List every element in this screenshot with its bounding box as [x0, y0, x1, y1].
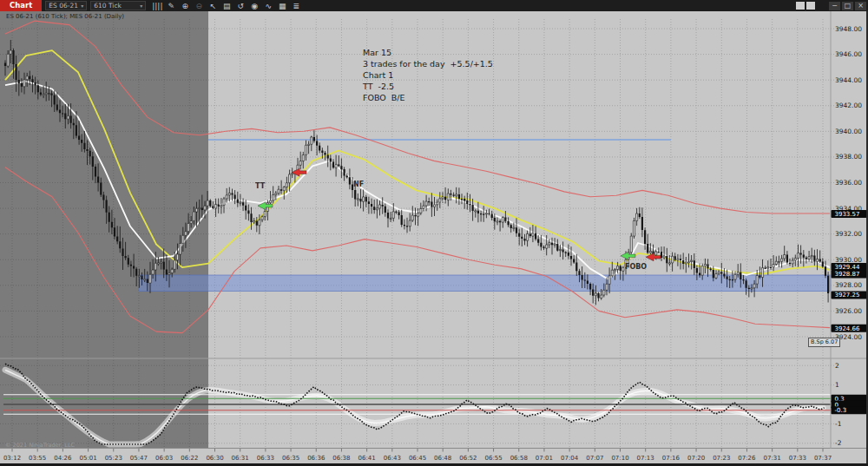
- svg-text:07:23: 07:23: [713, 455, 730, 462]
- close-button[interactable]: ×: [855, 2, 866, 10]
- svg-text:07:33: 07:33: [789, 455, 806, 462]
- svg-text:06:30: 06:30: [206, 455, 223, 462]
- svg-text:06:41: 06:41: [358, 455, 376, 462]
- interval-value: 610 Tick: [94, 2, 122, 10]
- svg-text:3936.00: 3936.00: [835, 179, 862, 187]
- svg-text:06:43: 06:43: [384, 455, 401, 462]
- snapshot-icon[interactable]: ◉: [249, 1, 260, 11]
- minimize-button[interactable]: −: [829, 2, 840, 10]
- svg-text:3927.25: 3927.25: [835, 292, 860, 299]
- price-marker-icon[interactable]: ||||: [152, 1, 162, 11]
- notes-icon[interactable]: ▤: [221, 1, 232, 11]
- trade-note-line: Mar 15: [363, 47, 493, 58]
- trade-note-line: FOBO B/E: [363, 92, 493, 103]
- ninjatrader-chart-window: Chart ES 06-21 ▾ 610 Tick ▾ ||||✎⊕⊖↖▤↺◉∿…: [0, 0, 868, 466]
- svg-text:3929.44: 3929.44: [835, 264, 860, 271]
- svg-text:06:31: 06:31: [232, 455, 249, 462]
- zoom-out-icon[interactable]: ⊖: [194, 1, 204, 11]
- chart-label-tt: TT: [255, 182, 265, 190]
- trade-notes: Mar 15 3 trades for the day +5.5/+1.5 Ch…: [363, 47, 493, 103]
- svg-text:06:55: 06:55: [484, 455, 502, 462]
- svg-text:03:12: 03:12: [3, 455, 21, 462]
- interval-select[interactable]: 610 Tick ▾: [90, 1, 146, 10]
- svg-text:07:26: 07:26: [738, 455, 756, 462]
- undo-icon[interactable]: ↺: [235, 1, 246, 11]
- trade-note-line: 3 trades for the day +5.5/+1.5: [363, 58, 493, 69]
- svg-text:-0.3: -0.3: [835, 407, 847, 414]
- svg-text:3930.00: 3930.00: [835, 256, 862, 264]
- list-icon[interactable]: ≣: [291, 1, 301, 11]
- svg-text:07:04: 07:04: [561, 455, 579, 462]
- trade-note-line: TT -2.5: [363, 81, 493, 92]
- titlebar: Chart ES 06-21 ▾ 610 Tick ▾ ||||✎⊕⊖↖▤↺◉∿…: [0, 0, 868, 11]
- svg-text:06:38: 06:38: [332, 455, 350, 462]
- svg-text:07:10: 07:10: [611, 455, 628, 462]
- svg-text:3926.00: 3926.00: [835, 307, 862, 315]
- svg-text:06:52: 06:52: [459, 455, 477, 462]
- svg-text:3928.00: 3928.00: [835, 281, 862, 289]
- svg-text:04:26: 04:26: [54, 455, 72, 462]
- svg-text:3946.00: 3946.00: [835, 50, 862, 58]
- svg-text:3924.66: 3924.66: [835, 325, 860, 332]
- svg-text:3944.00: 3944.00: [835, 76, 862, 84]
- svg-text:05:01: 05:01: [79, 455, 96, 462]
- workspace-a-button[interactable]: [796, 2, 805, 10]
- svg-text:2: 2: [835, 362, 839, 370]
- svg-text:07:37: 07:37: [814, 455, 832, 462]
- chart-label-nf: NF: [353, 180, 364, 188]
- svg-text:3928.87: 3928.87: [835, 271, 860, 278]
- series-label: ES 06-21 (610 Tick); MES 06-21 (Daily): [6, 13, 124, 20]
- workspace-b-button[interactable]: [806, 2, 815, 10]
- svg-text:05:23: 05:23: [105, 455, 122, 462]
- svg-text:07:20: 07:20: [687, 455, 705, 462]
- svg-text:06:33: 06:33: [257, 455, 274, 462]
- svg-text:06:35: 06:35: [282, 455, 299, 462]
- svg-text:07:01: 07:01: [536, 455, 553, 462]
- svg-text:1: 1: [835, 381, 839, 389]
- svg-text:06:48: 06:48: [434, 455, 451, 462]
- svg-text:07:07: 07:07: [586, 455, 603, 462]
- time-axis[interactable]: 03:1203:5504:2605:0105:2305:4706:0306:22…: [0, 449, 868, 463]
- chart-label-fobo: FOBO: [625, 263, 647, 271]
- svg-text:3933.57: 3933.57: [835, 211, 860, 218]
- indicator-panel-icon[interactable]: ▦: [277, 1, 287, 11]
- chevron-down-icon: ▾: [140, 3, 142, 9]
- svg-text:06:58: 06:58: [510, 455, 528, 462]
- chart-tab[interactable]: Chart: [0, 0, 42, 11]
- svg-text:-1: -1: [835, 420, 842, 428]
- bid-spread-box: B.Sp 6.07: [808, 338, 840, 347]
- zigzag-icon[interactable]: ∿: [263, 1, 273, 11]
- chevron-down-icon: ▾: [81, 3, 83, 9]
- copyright: © 2021 NinjaTrader, LLC: [5, 442, 75, 449]
- svg-text:3942.00: 3942.00: [835, 102, 862, 109]
- instrument-select[interactable]: ES 06-21 ▾: [45, 1, 87, 10]
- cursor-icon[interactable]: ↖: [207, 1, 218, 11]
- svg-text:3932.00: 3932.00: [835, 230, 862, 238]
- svg-text:06:45: 06:45: [409, 455, 426, 462]
- chart-toolbar: ||||✎⊕⊖↖▤↺◉∿▦≣: [152, 1, 301, 11]
- svg-text:3940.00: 3940.00: [835, 128, 862, 135]
- svg-text:06:36: 06:36: [307, 455, 326, 462]
- svg-text:07:31: 07:31: [764, 455, 781, 462]
- svg-text:-2: -2: [835, 439, 842, 447]
- svg-text:3938.00: 3938.00: [835, 153, 862, 161]
- instrument-value: ES 06-21: [49, 2, 78, 10]
- restore-button[interactable]: □: [842, 2, 853, 10]
- svg-text:07:13: 07:13: [637, 455, 654, 462]
- svg-text:03:55: 03:55: [29, 455, 46, 462]
- zoom-in-icon[interactable]: ⊕: [180, 1, 190, 11]
- svg-text:05:47: 05:47: [130, 455, 148, 462]
- svg-text:06:22: 06:22: [181, 455, 198, 462]
- draw-icon[interactable]: ✎: [166, 1, 176, 11]
- window-controls: −□×: [796, 2, 866, 10]
- svg-text:07:16: 07:16: [662, 455, 681, 462]
- trade-note-line: Chart 1: [363, 69, 493, 81]
- svg-text:06:03: 06:03: [155, 455, 173, 462]
- svg-text:3948.00: 3948.00: [835, 25, 862, 33]
